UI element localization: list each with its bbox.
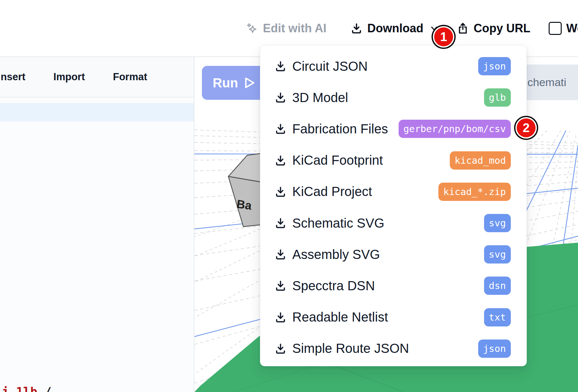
editor-error-text: i 1lb xyxy=(2,385,37,392)
download-menu-item[interactable]: Circuit JSON json xyxy=(260,51,526,82)
webview-label: We xyxy=(566,22,578,35)
file-type-badge: kicad_mod xyxy=(450,151,511,170)
download-icon xyxy=(274,186,287,198)
tab-schematic-label: chemati xyxy=(527,76,566,89)
download-item-label: Readable Netlist xyxy=(292,310,388,324)
file-type-badge: svg xyxy=(484,214,511,232)
download-item-label: Assembly SVG xyxy=(292,247,380,262)
editor-menubar: nsert Import Format xyxy=(0,57,194,98)
tab-schematic[interactable]: chemati xyxy=(527,65,578,100)
menu-import[interactable]: Import xyxy=(53,71,85,83)
download-item-label: Fabrication Files xyxy=(292,122,388,136)
file-type-badge: gerber/pnp/bom/csv xyxy=(399,120,511,138)
file-type-badge: svg xyxy=(484,245,511,264)
download-menu-item[interactable]: Schematic SVG svg xyxy=(260,207,526,239)
download-icon xyxy=(274,91,287,104)
download-icon xyxy=(350,22,363,35)
step-badge-1: 1 xyxy=(434,27,453,46)
file-type-badge: glb xyxy=(484,88,511,107)
download-menu-items: Circuit JSON json 3D Model glb Fabricati… xyxy=(260,51,526,364)
step-badge-2-number: 2 xyxy=(523,121,529,135)
file-type-badge: txt xyxy=(484,308,511,326)
download-label: Download xyxy=(367,22,423,35)
download-icon xyxy=(274,311,287,324)
download-item-label: 3D Model xyxy=(292,90,348,105)
editor-error-slash: / xyxy=(44,385,52,392)
download-menu-item[interactable]: Assembly SVG svg xyxy=(260,239,526,270)
file-type-badge: json xyxy=(478,339,511,358)
menu-format[interactable]: Format xyxy=(113,71,147,83)
code-editor[interactable]: i 1lb / xyxy=(0,98,194,392)
download-item-label: Specctra DSN xyxy=(292,279,375,293)
run-button[interactable]: Run xyxy=(202,66,266,100)
download-item-label: KiCad Project xyxy=(292,184,372,199)
download-icon xyxy=(274,342,287,355)
download-menu-item[interactable]: Specctra DSN dsn xyxy=(260,270,526,301)
step-badge-1-number: 1 xyxy=(440,30,447,44)
download-icon xyxy=(274,60,287,72)
step-badge-2: 2 xyxy=(517,118,536,137)
download-menu-item[interactable]: Readable Netlist txt xyxy=(260,302,526,333)
download-item-label: Simple Route JSON xyxy=(292,341,409,356)
panel-divider xyxy=(194,57,194,392)
copy-url-label: Copy URL xyxy=(474,22,530,35)
editor-highlighted-line xyxy=(0,103,194,121)
run-button-label: Run xyxy=(213,76,238,90)
download-item-label: Schematic SVG xyxy=(292,216,384,231)
download-dropdown-menu: Circuit JSON json 3D Model glb Fabricati… xyxy=(260,45,527,366)
download-menu-item[interactable]: KiCad Footprint kicad_mod xyxy=(260,145,526,176)
download-menu-item[interactable]: KiCad Project kicad_*.zip xyxy=(260,176,526,207)
download-menu-item[interactable]: Simple Route JSON json xyxy=(260,333,526,364)
download-icon xyxy=(274,279,287,292)
menu-insert[interactable]: nsert xyxy=(1,71,25,83)
download-item-label: Circuit JSON xyxy=(292,59,368,74)
download-icon xyxy=(274,154,287,167)
file-type-badge: dsn xyxy=(484,277,511,295)
download-menu-item[interactable]: 3D Model glb xyxy=(260,82,526,113)
sparkle-icon xyxy=(245,22,258,35)
webview-checkbox[interactable] xyxy=(549,22,562,35)
download-icon xyxy=(274,217,287,229)
edit-with-ai-label: Edit with AI xyxy=(263,22,327,35)
webview-toggle[interactable]: We xyxy=(549,0,578,56)
play-icon xyxy=(244,77,255,89)
file-type-badge: json xyxy=(478,57,511,75)
download-menu-item[interactable]: Fabrication Files gerber/pnp/bom/csv xyxy=(260,113,526,144)
share-icon xyxy=(457,22,469,35)
editor-error-fragment: i 1lb / xyxy=(2,385,52,392)
file-type-badge: kicad_*.zip xyxy=(438,183,511,201)
box-front-label: Ba xyxy=(236,197,253,212)
download-icon xyxy=(274,123,287,135)
download-item-label: KiCad Footprint xyxy=(292,153,383,168)
download-icon xyxy=(274,248,287,261)
